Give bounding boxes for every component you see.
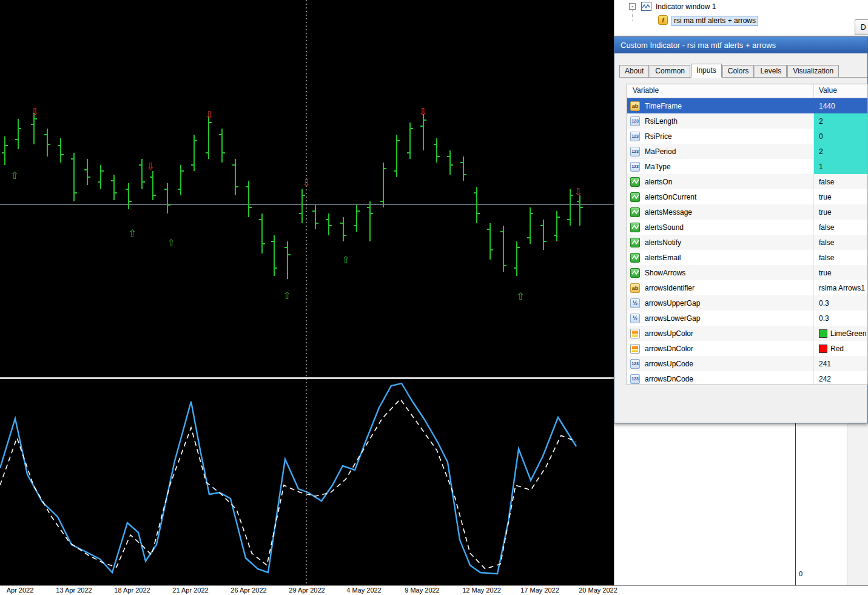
indicators-tree-panel: - Indicator window 1 f rsi ma mtf alerts… [614, 0, 868, 36]
param-row-alertsOn[interactable]: alertsOnfalse [627, 174, 867, 189]
param-row-TimeFrame[interactable]: abTimeFrame1440 [627, 98, 867, 113]
param-value[interactable]: 2 [814, 144, 867, 159]
param-name: alertsOnCurrent [627, 189, 814, 204]
tab-about[interactable]: About [619, 65, 649, 77]
collapse-icon[interactable]: - [629, 3, 636, 10]
param-value[interactable]: LimeGreen [814, 326, 867, 341]
up-arrow-icon: ⇧ [10, 170, 18, 181]
down-arrow-icon: ⇩ [205, 109, 213, 121]
color-param-icon [630, 329, 640, 338]
down-arrow-icon: ⇩ [146, 161, 154, 172]
bool-param-icon [630, 207, 640, 217]
param-row-arrowsUpperGap[interactable]: ½arrowsUpperGap0.3 [627, 295, 867, 311]
table-rows: abTimeFrame1440123RsiLength2123RsiPrice0… [627, 98, 867, 385]
param-row-arrowsIdentifier[interactable]: abarrowsIdentifierrsima Arrows1 [627, 280, 867, 295]
param-row-alertsSound[interactable]: alertsSoundfalse [627, 220, 867, 235]
bool-param-icon [630, 253, 640, 263]
tree-connector [632, 10, 633, 21]
param-row-MaType[interactable]: 123MaType1 [627, 159, 867, 174]
delete-button-partial[interactable]: D [855, 19, 868, 35]
param-value[interactable]: rsima Arrows1 [814, 280, 867, 295]
tree-item-custom-indicator[interactable]: rsi ma mtf alerts + arrows [671, 16, 758, 26]
param-row-arrowsUpColor[interactable]: arrowsUpColorLimeGreen [627, 326, 867, 341]
dialog-tabs: AboutCommonInputsColorsLevelsVisualizati… [619, 63, 867, 78]
time-axis-label: 29 Apr 2022 [289, 587, 325, 594]
tab-common[interactable]: Common [650, 65, 690, 77]
tree-item-indicator-window[interactable]: Indicator window 1 [656, 2, 716, 11]
time-axis[interactable]: Apr 202213 Apr 202218 Apr 202221 Apr 202… [0, 585, 868, 595]
down-arrow-icon: ⇩ [419, 106, 426, 118]
down-arrow-icon: ⇩ [574, 186, 582, 198]
time-axis-label: 18 Apr 2022 [114, 587, 150, 594]
up-arrow-icon: ⇧ [283, 290, 291, 301]
param-name: 123RsiPrice [627, 129, 814, 144]
up-arrow-icon: ⇧ [167, 237, 175, 249]
tab-visualization[interactable]: Visualization [787, 65, 839, 77]
param-name: 123MaPeriod [627, 144, 814, 159]
indicator-window-icon [641, 2, 651, 11]
ma-white-dashed-line [0, 399, 576, 569]
param-row-MaPeriod[interactable]: 123MaPeriod2 [627, 144, 867, 159]
param-value[interactable]: 1 [814, 159, 867, 174]
param-value[interactable]: false [814, 174, 867, 189]
param-row-alertsNotify[interactable]: alertsNotifyfalse [627, 235, 867, 250]
text-param-icon: ab [630, 283, 640, 293]
tab-levels[interactable]: Levels [755, 65, 787, 77]
param-row-ShowArrows[interactable]: ShowArrowstrue [627, 265, 867, 280]
chart-canvas[interactable]: ⇩⇩⇩⇩⇩⇩⇧⇧⇧⇧⇧⇧ [0, 0, 614, 585]
param-value[interactable]: false [814, 250, 867, 265]
param-value[interactable]: false [814, 220, 867, 235]
param-row-arrowsDnColor[interactable]: arrowsDnColorRed [627, 341, 867, 356]
param-row-RsiLength[interactable]: 123RsiLength2 [627, 113, 867, 129]
tab-inputs[interactable]: Inputs [691, 64, 722, 78]
window-separator[interactable] [0, 377, 614, 379]
param-value[interactable]: 241 [814, 356, 867, 371]
ohlc-bars [2, 113, 583, 279]
param-name: abarrowsIdentifier [627, 280, 814, 295]
metatrader-screen: ⇩⇩⇩⇩⇩⇩⇧⇧⇧⇧⇧⇧ 0 Apr 202213 Apr 202218 Apr… [0, 0, 868, 595]
param-row-arrowsDnCode[interactable]: 123arrowsDnCode242 [627, 371, 867, 385]
param-row-alertsEmail[interactable]: alertsEmailfalse [627, 250, 867, 265]
param-row-RsiPrice[interactable]: 123RsiPrice0 [627, 129, 867, 144]
param-value[interactable]: false [814, 235, 867, 250]
param-value[interactable]: 0 [814, 129, 867, 144]
bool-param-icon [630, 223, 640, 232]
param-name: ShowArrows [627, 265, 814, 280]
param-row-alertsMessage[interactable]: alertsMessagetrue [627, 204, 867, 220]
double-param-icon: ½ [630, 298, 640, 308]
bool-param-icon [630, 268, 640, 278]
param-row-arrowsUpCode[interactable]: 123arrowsUpCode241 [627, 356, 867, 371]
param-value[interactable]: 242 [814, 371, 867, 385]
time-axis-label: Apr 2022 [7, 587, 34, 594]
up-arrow-icon: ⇧ [341, 254, 349, 266]
param-name: alertsNotify [627, 235, 814, 250]
column-header-value: Value [814, 84, 867, 98]
indicator-scale-area: 0 [614, 423, 868, 585]
chart-area[interactable]: ⇩⇩⇩⇩⇩⇩⇧⇧⇧⇧⇧⇧ [0, 0, 614, 585]
tab-colors[interactable]: Colors [722, 65, 755, 77]
param-value[interactable]: true [814, 189, 867, 204]
param-name: 123RsiLength [627, 113, 814, 129]
dialog-titlebar[interactable]: Custom Indicator - rsi ma mtf alerts + a… [614, 37, 867, 53]
bool-param-icon [630, 238, 640, 247]
function-icon: f [658, 15, 668, 25]
param-name: alertsEmail [627, 250, 814, 265]
param-name: arrowsUpColor [627, 326, 814, 341]
param-value[interactable]: Red [814, 341, 867, 356]
param-row-alertsOnCurrent[interactable]: alertsOnCurrenttrue [627, 189, 867, 204]
param-value[interactable]: 0.3 [814, 295, 867, 311]
param-name: 123arrowsUpCode [627, 356, 814, 371]
param-name: abTimeFrame [627, 98, 814, 113]
up-arrow-icon: ⇧ [128, 227, 136, 239]
time-axis-label: 20 May 2022 [579, 587, 617, 594]
color-swatch [819, 329, 827, 338]
number-param-icon: 123 [630, 147, 640, 156]
param-value[interactable]: 0.3 [814, 311, 867, 326]
param-value[interactable]: true [814, 204, 867, 220]
indicator-zero-label: 0 [799, 570, 802, 577]
param-value[interactable]: 1440 [814, 98, 867, 113]
up-arrow-icon: ⇧ [516, 291, 524, 302]
param-row-arrowsLowerGap[interactable]: ½arrowsLowerGap0.3 [627, 311, 867, 326]
param-value[interactable]: 2 [814, 113, 867, 129]
param-value[interactable]: true [814, 265, 867, 280]
